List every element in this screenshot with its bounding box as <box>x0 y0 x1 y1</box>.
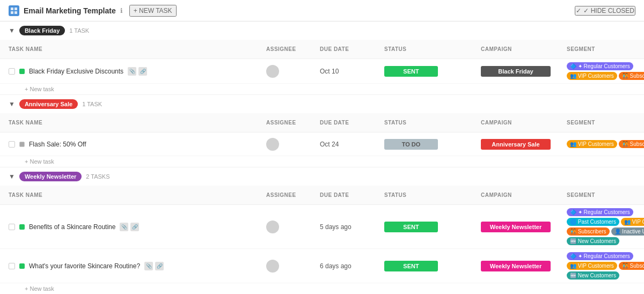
col-due-date: DUE DATE <box>320 46 384 52</box>
segment-cell: 🔷 ✦ Regular Customers 👥 VIP Customers 🧑‍… <box>567 62 644 80</box>
header: Email Marketing Template ℹ + NEW TASK ✓ … <box>0 0 644 21</box>
table-row: Benefits of a Skincare Routine 📎 🔗 5 day… <box>0 205 644 249</box>
task-icons: 📎 🔗 <box>144 262 164 270</box>
segment-tag[interactable]: 🧑‍🤝‍🧑 Subscribers <box>619 262 644 270</box>
col-campaign-a: CAMPAIGN <box>481 120 567 126</box>
task-checkbox[interactable] <box>9 141 15 148</box>
assignee-cell <box>266 220 320 233</box>
due-date: Oct 24 <box>320 141 384 148</box>
table-row: Black Friday Exclusive Discounts 📎 🔗 Oct… <box>0 59 644 84</box>
col-segment-a: SEGMENT <box>567 120 644 126</box>
section-tag-black-friday: Black Friday <box>19 26 65 35</box>
segment-tag[interactable]: 👥 VIP Customers <box>567 262 617 270</box>
campaign-badge[interactable]: Weekly Newsletter <box>481 261 551 271</box>
status-cell: SENT <box>384 261 481 271</box>
column-headers-weekly: TASK NAME ASSIGNEE DUE DATE STATUS CAMPA… <box>0 186 644 205</box>
status-badge[interactable]: SENT <box>384 222 438 232</box>
link-icon[interactable]: 🔗 <box>130 223 139 231</box>
avatar <box>266 138 279 151</box>
campaign-badge[interactable]: Anniversary Sale <box>481 139 551 150</box>
task-dot <box>19 69 25 74</box>
section-anniversary-sale: ▼ Anniversary Sale 1 TASK TASK NAME ASSI… <box>0 95 644 167</box>
status-badge[interactable]: SENT <box>384 261 438 271</box>
hide-closed-button[interactable]: ✓ ✓ HIDE CLOSED <box>575 6 635 16</box>
info-icon[interactable]: ℹ <box>120 7 123 14</box>
status-cell: SENT <box>384 222 481 232</box>
task-name-cell: Black Friday Exclusive Discounts 📎 🔗 <box>9 67 266 76</box>
task-checkbox[interactable] <box>9 68 15 75</box>
new-task-row[interactable]: + New task <box>0 156 644 167</box>
collapse-icon-black-friday[interactable]: ▼ <box>9 27 15 34</box>
column-headers-anniversary: TASK NAME ASSIGNEE DUE DATE STATUS CAMPA… <box>0 113 644 133</box>
task-name[interactable]: Flash Sale: 50% Off <box>29 141 86 148</box>
link-icon[interactable]: 🔗 <box>155 262 164 270</box>
task-dot <box>19 224 25 230</box>
assignee-cell <box>266 260 320 273</box>
section-count-weekly: 2 TASKS <box>86 173 109 180</box>
task-name[interactable]: Benefits of a Skincare Routine <box>29 223 115 231</box>
col-due-date-w: DUE DATE <box>320 192 384 198</box>
task-checkbox[interactable] <box>9 263 15 269</box>
status-cell: SENT <box>384 66 481 77</box>
col-status-a: STATUS <box>384 120 481 126</box>
task-dot <box>19 263 25 269</box>
section-count-anniversary: 1 TASK <box>82 101 102 107</box>
segment-tag[interactable]: 🧑‍🤝‍🧑 Subscribers <box>619 140 644 148</box>
segment-tag[interactable]: 👥 VIP Customers <box>621 218 644 226</box>
col-status-w: STATUS <box>384 192 481 198</box>
col-segment: SEGMENT <box>567 46 644 52</box>
task-name[interactable]: What's your favorite Skincare Routine? <box>29 262 140 270</box>
segment-tag[interactable]: 🌀 Past Customers <box>567 218 619 226</box>
checkmark-icon: ✓ <box>576 7 581 14</box>
link-icon[interactable]: 🔗 <box>138 67 147 76</box>
section-weekly-newsletter: ▼ Weekly Newsletter 2 TASKS TASK NAME AS… <box>0 167 644 294</box>
task-icons: 📎 🔗 <box>120 223 139 231</box>
segment-tag[interactable]: 🧑‍🤝‍🧑 Subscribers <box>619 72 644 80</box>
segment-cell: 🔷 ✦ Regular Customers 🌀 Past Customers 👥… <box>567 208 644 245</box>
task-checkbox[interactable] <box>9 224 15 230</box>
segment-tag[interactable]: 👥 VIP Customers <box>567 72 617 80</box>
col-task-name-a: TASK NAME <box>9 120 266 126</box>
status-cell: TO DO <box>384 139 481 150</box>
task-dot <box>19 142 25 147</box>
col-campaign-w: CAMPAIGN <box>481 192 567 198</box>
table-row: What's your favorite Skincare Routine? 📎… <box>0 249 644 283</box>
col-due-date-a: DUE DATE <box>320 120 384 126</box>
attachment-icon[interactable]: 📎 <box>120 223 128 231</box>
new-task-button[interactable]: + NEW TASK <box>129 5 177 17</box>
segment-tag[interactable]: 🔷 ✦ Regular Customers <box>567 252 633 260</box>
col-campaign: CAMPAIGN <box>481 46 567 52</box>
segment-cell: 🔷 ✦ Regular Customers 👥 VIP Customers 🧑‍… <box>567 252 644 280</box>
segment-tag[interactable]: 👤 Inactive Users <box>611 227 644 236</box>
campaign-cell: Weekly Newsletter <box>481 222 567 232</box>
status-badge[interactable]: SENT <box>384 66 438 77</box>
section-tag-anniversary: Anniversary Sale <box>19 99 78 109</box>
segment-tag[interactable]: 🆕 New Customers <box>567 237 619 245</box>
task-icons: 📎 🔗 <box>128 67 147 76</box>
collapse-icon-anniversary[interactable]: ▼ <box>9 100 15 108</box>
campaign-badge[interactable]: Black Friday <box>481 66 551 77</box>
assignee-cell <box>266 65 320 78</box>
col-segment-w: SEGMENT <box>567 192 644 198</box>
task-name[interactable]: Black Friday Exclusive Discounts <box>29 68 123 75</box>
new-task-row[interactable]: + New task <box>0 84 644 94</box>
segment-tag[interactable]: 👥 VIP Customers <box>567 140 617 148</box>
campaign-badge[interactable]: Weekly Newsletter <box>481 222 551 232</box>
collapse-icon-weekly[interactable]: ▼ <box>9 173 15 180</box>
status-badge[interactable]: TO DO <box>384 139 438 150</box>
new-task-row[interactable]: + New task <box>0 283 644 294</box>
attachment-icon[interactable]: 📎 <box>128 67 136 76</box>
task-name-cell: Flash Sale: 50% Off <box>9 141 266 148</box>
segment-tag[interactable]: 🔷 ✦ Regular Customers <box>567 62 633 70</box>
col-task-name: TASK NAME <box>9 46 266 52</box>
section-tag-weekly: Weekly Newsletter <box>19 172 82 181</box>
segment-tag[interactable]: 🧑‍🤝‍🧑 Subscribers <box>567 227 610 236</box>
segment-tag[interactable]: 🔷 ✦ Regular Customers <box>567 208 633 216</box>
segment-tag[interactable]: 🆕 New Customers <box>567 271 619 280</box>
column-headers-black-friday: TASK NAME ASSIGNEE DUE DATE STATUS CAMPA… <box>0 40 644 59</box>
svg-rect-3 <box>14 11 17 14</box>
attachment-icon[interactable]: 📎 <box>144 262 153 270</box>
assignee-cell <box>266 138 320 151</box>
avatar <box>266 220 279 233</box>
app-container: Email Marketing Template ℹ + NEW TASK ✓ … <box>0 0 644 294</box>
